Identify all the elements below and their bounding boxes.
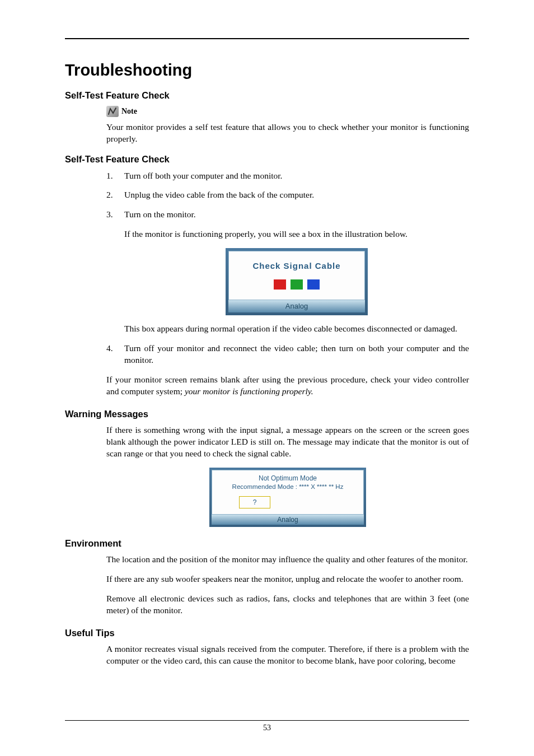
step-1: Turn off both your computer and the moni… [106, 170, 469, 182]
note-row: Note [106, 106, 469, 117]
swatch-blue [307, 279, 320, 290]
figure-check-signal: Check Signal Cable Analog [124, 248, 469, 315]
swatch-red [274, 279, 286, 290]
heading-selftest-1: Self-Test Feature Check [65, 89, 469, 101]
warning-body: If there is something wrong with the inp… [106, 424, 469, 460]
heading-environment: Environment [65, 537, 469, 549]
page-title: Troubleshooting [65, 59, 469, 81]
fig1-swatches [233, 279, 360, 290]
tips-p1: A monitor recreates visual signals recei… [106, 643, 469, 667]
step-after-text: This box appears during normal operation… [124, 323, 469, 335]
fig2-line1: Not Optimum Mode [217, 474, 359, 483]
rule-bottom [65, 720, 469, 721]
fig2-line2: Recommended Mode : **** X **** ** Hz [217, 483, 359, 492]
step-text: Turn off your monitor and reconnect the … [124, 343, 469, 366]
note-label: Note [121, 106, 137, 117]
rule-top [65, 38, 469, 39]
env-p3: Remove all electronic devices such as ra… [106, 593, 469, 617]
heading-selftest-2: Self-Test Feature Check [65, 153, 469, 165]
note-body: Your monitor provides a self test featur… [106, 122, 469, 145]
fig2-footer: Analog [212, 515, 364, 525]
page-number: 53 [65, 723, 469, 734]
fig1-title: Check Signal Cable [233, 260, 360, 272]
step-sub-text: If the monitor is functioning properly, … [124, 228, 469, 240]
step-text: Turn off both your computer and the moni… [124, 171, 282, 180]
fig2-question: ? [239, 496, 270, 508]
swatch-green [291, 279, 303, 290]
fig1-footer: Analog [228, 300, 365, 312]
step-text: Turn on the monitor. [124, 209, 196, 219]
selftest-tail: If your monitor screen remains blank aft… [106, 374, 469, 398]
step-4: Turn off your monitor and reconnect the … [106, 343, 469, 366]
env-p2: If there are any sub woofer speakers nea… [106, 573, 469, 585]
step-text: Unplug the video cable from the back of … [124, 190, 314, 199]
step-2: Unplug the video cable from the back of … [106, 189, 469, 201]
figure-not-optimum: Not Optimum Mode Recommended Mode : ****… [106, 468, 469, 527]
env-p1: The location and the position of the mon… [106, 554, 469, 566]
step-3: Turn on the monitor. If the monitor is f… [106, 209, 469, 335]
heading-tips: Useful Tips [65, 627, 469, 639]
note-icon [106, 106, 119, 117]
heading-warning: Warning Messages [65, 408, 469, 420]
steps-list: Turn off both your computer and the moni… [106, 170, 469, 367]
tail-b: your monitor is functioning properly. [185, 386, 313, 396]
